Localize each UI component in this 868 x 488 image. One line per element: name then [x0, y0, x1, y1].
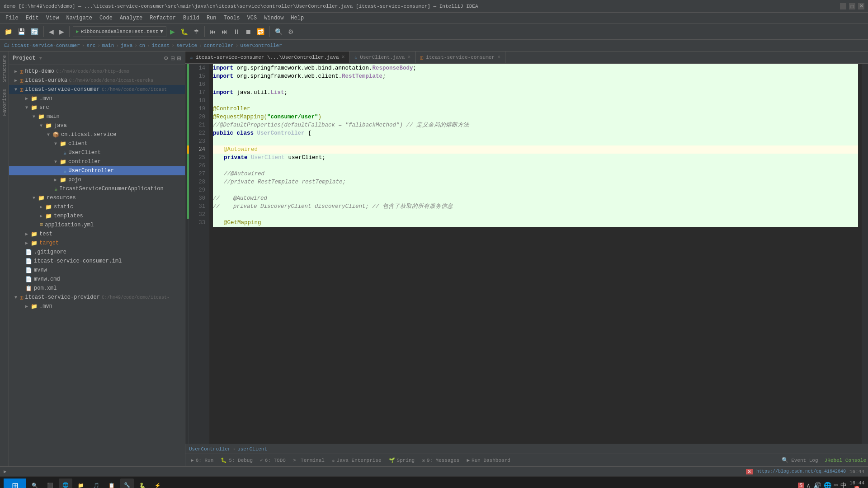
tree-item-application-yml[interactable]: ≡ application.yml: [9, 221, 185, 230]
tree-item-userclient[interactable]: ☕ UserClient: [9, 148, 185, 157]
menu-analyze[interactable]: Analyze: [116, 13, 146, 23]
window-controls[interactable]: — □ ✕: [840, 3, 864, 9]
jrebel-label[interactable]: JRebel Console: [825, 458, 866, 463]
code-editor[interactable]: 14 15 16 17 18 ▶ 19 20 21 22 23 24 25 26…: [185, 64, 868, 444]
tree-item-pom-xml[interactable]: 📋 pom.xml: [9, 284, 185, 293]
tree-item-package[interactable]: ▼ 📦 cn.itcast.service: [9, 130, 185, 139]
breadcrumb-field[interactable]: userClient: [237, 446, 267, 452]
sidebar-collapse-btn[interactable]: ⊟: [170, 55, 175, 61]
breadcrumb-java[interactable]: java: [121, 43, 132, 48]
tree-item-iml[interactable]: 📄 itcast-service-consumer.iml: [9, 257, 185, 266]
tree-item-provider-mvn[interactable]: ▶ 📁 .mvn: [9, 302, 185, 311]
left-tab-structure[interactable]: Structure: [0, 52, 9, 85]
systray-network[interactable]: 🌐: [824, 482, 831, 488]
right-scroll-gutter[interactable]: [862, 64, 868, 444]
tab-usercontroller[interactable]: ☕ itcast-service-consumer_\...\UserContr…: [185, 52, 350, 63]
tree-item-itcast-service-consumer[interactable]: ▼ ◫ itcast-service-consumer C:/hm49/code…: [9, 85, 185, 94]
taskbar-extra[interactable]: ⚡: [151, 479, 165, 488]
tree-item-http-demo[interactable]: ▶ ◫ http-demo C:/hm49/code/demo/http-dem…: [9, 67, 185, 76]
tree-item-controller[interactable]: ▼ 📁 controller: [9, 157, 185, 166]
tab-close-btn[interactable]: ×: [407, 54, 410, 61]
breadcrumb-main[interactable]: main: [102, 43, 114, 48]
tree-item-itcast-service-provider[interactable]: ▼ ◫ itcast-service-provider C:/hm49/code…: [9, 293, 185, 302]
bottom-tab-spring[interactable]: 🌱 Spring: [385, 454, 419, 466]
sidebar-dropdown-icon[interactable]: ▼: [39, 56, 42, 61]
toolbar-settings[interactable]: ⚙: [286, 25, 296, 38]
minimize-button[interactable]: —: [840, 3, 846, 9]
toolbar-back[interactable]: ◀: [47, 25, 56, 38]
tree-item-test[interactable]: ▶ 📁 test: [9, 230, 185, 239]
breadcrumb-controller[interactable]: controller: [204, 43, 234, 48]
taskbar-python[interactable]: 🐍: [136, 479, 149, 488]
bottom-tab-java-enterprise[interactable]: ☕ Java Enterprise: [328, 454, 385, 466]
code-content[interactable]: import org.springframework.web.bind.anno…: [209, 64, 862, 444]
tree-item-mvnw-cmd[interactable]: 📄 mvnw.cmd: [9, 275, 185, 284]
toolbar-forward[interactable]: ▶: [57, 25, 66, 38]
toolbar-btn-3[interactable]: ⏸: [231, 25, 241, 38]
breadcrumb-src[interactable]: src: [86, 43, 95, 48]
bottom-tab-messages[interactable]: ✉ 0: Messages: [418, 454, 463, 466]
taskbar-music[interactable]: 🎵: [90, 479, 103, 488]
left-tab-favorites[interactable]: Favorites: [0, 85, 9, 119]
bottom-tab-debug[interactable]: 🐛 5: Debug: [217, 454, 256, 466]
toolbar-save[interactable]: 💾: [16, 25, 27, 38]
tree-item-client[interactable]: ▼ 📁 client: [9, 139, 185, 148]
bottom-tab-run[interactable]: ▶ 6: Run: [187, 454, 217, 466]
status-run-btn[interactable]: ▶: [4, 469, 7, 474]
taskbar-edge[interactable]: 🌐: [59, 479, 72, 488]
tab-consumer[interactable]: ◫ itcast-service-consumer ×: [416, 52, 506, 63]
tree-item-pojo[interactable]: ▶ 📁 pojo: [9, 175, 185, 184]
toolbar-btn-2[interactable]: ⏭: [220, 25, 230, 38]
toolbar-open[interactable]: 📁: [3, 25, 14, 38]
tree-item-usercontroller[interactable]: ☕ UserController: [9, 166, 185, 175]
menu-window[interactable]: Window: [260, 13, 287, 23]
tree-item-src[interactable]: ▼ 📁 src: [9, 103, 185, 112]
bottom-tab-terminal[interactable]: >_ Terminal: [289, 454, 328, 466]
taskbar-intellij[interactable]: 🔧: [120, 479, 134, 488]
menu-vcs[interactable]: VCS: [244, 13, 261, 23]
tree-item-gitignore[interactable]: 📄 .gitignore: [9, 248, 185, 257]
menu-navigate[interactable]: Navigate: [62, 13, 96, 23]
tree-item-java[interactable]: ▼ 📁 java: [9, 121, 185, 130]
toolbar-btn-4[interactable]: ⏹: [243, 25, 253, 38]
run-configuration[interactable]: ▶ RibbonLoadBalanceTest.test ▼: [73, 26, 166, 37]
breadcrumb-itcast[interactable]: itcast: [152, 43, 170, 48]
menu-file[interactable]: File: [2, 13, 22, 23]
close-button[interactable]: ✕: [858, 3, 864, 9]
menu-build[interactable]: Build: [179, 13, 203, 23]
menu-refactor[interactable]: Refactor: [146, 13, 179, 23]
status-s-icon[interactable]: S: [746, 469, 753, 474]
maximize-button[interactable]: □: [849, 3, 855, 9]
taskbar-clipboard[interactable]: 📋: [105, 479, 118, 488]
event-log-icon[interactable]: 🔍: [782, 457, 788, 464]
systray-input-method[interactable]: 中: [840, 482, 847, 488]
breadcrumb-root[interactable]: itcast-service-consumer: [11, 43, 80, 48]
breadcrumb-service[interactable]: service: [176, 43, 197, 48]
taskbar-task-view[interactable]: ⬛: [43, 479, 57, 488]
menu-tools[interactable]: Tools: [220, 13, 244, 23]
tree-item-mvnw[interactable]: 📄 mvnw: [9, 266, 185, 275]
systray-s[interactable]: S: [798, 483, 804, 488]
tab-close-btn[interactable]: ×: [497, 54, 500, 61]
tree-item-itcast-eureka[interactable]: ▶ ◫ itcast-eureka C:/hm49/code/demo/itca…: [9, 76, 185, 85]
menu-run[interactable]: Run: [203, 13, 220, 23]
run-button[interactable]: ▶: [168, 25, 177, 38]
breadcrumb-cn[interactable]: cn: [139, 43, 145, 48]
status-link[interactable]: https://blog.csdn.net/qq_41642640: [756, 469, 846, 474]
systray-keyboard[interactable]: ⌨: [834, 482, 838, 488]
toolbar-search[interactable]: 🔍: [273, 25, 284, 38]
taskbar-search[interactable]: 🔍: [28, 479, 42, 488]
start-button[interactable]: ⊞: [4, 479, 26, 488]
tree-item-resources[interactable]: ▼ 📁 resources: [9, 193, 185, 202]
tree-item-main[interactable]: ▼ 📁 main: [9, 112, 185, 121]
coverage-button[interactable]: ☂: [192, 25, 201, 38]
tree-item-templates[interactable]: ▶ 📁 templates: [9, 211, 185, 221]
tree-item-mvn[interactable]: ▶ 📁 .mvn: [9, 94, 185, 103]
tree-item-static[interactable]: ▶ 📁 static: [9, 202, 185, 211]
breadcrumb-usercontroller[interactable]: UserController: [240, 43, 282, 48]
menu-code[interactable]: Code: [96, 13, 116, 23]
tab-close-btn[interactable]: ×: [341, 54, 344, 61]
taskbar-explorer[interactable]: 📁: [74, 479, 88, 488]
debug-button[interactable]: 🐛: [179, 25, 190, 38]
tree-item-app[interactable]: ☕ ItcastServiceConsumerApplication: [9, 184, 185, 193]
